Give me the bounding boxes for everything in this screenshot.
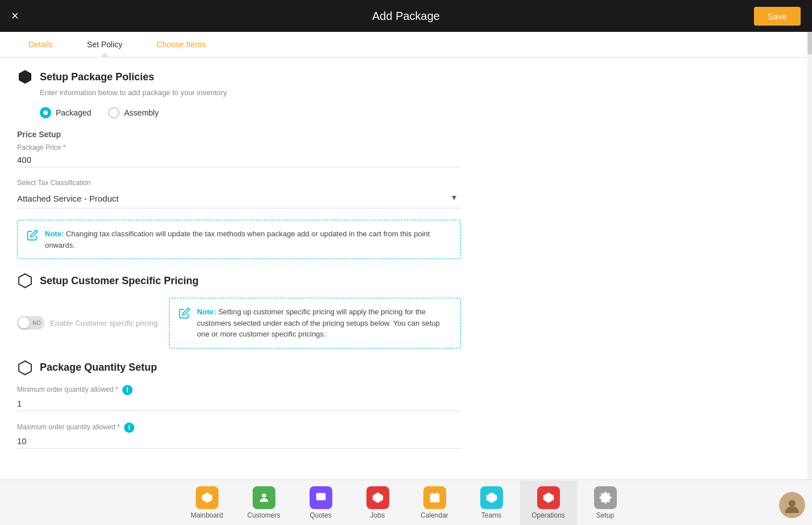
max-qty-input[interactable] — [17, 434, 461, 449]
radio-assembly-label: Assembly — [124, 108, 159, 117]
tab-set-policy[interactable]: Set Policy — [70, 32, 139, 57]
save-button[interactable]: Save — [754, 7, 801, 26]
package-price-input[interactable] — [17, 153, 461, 167]
section2-title: Setup Customer Specific Pricing — [40, 275, 199, 287]
calendar-label: Calendar — [421, 511, 448, 519]
mainboard-label: Mainboard — [191, 511, 223, 519]
max-qty-label: Maximum order quantity allowed * i — [17, 423, 795, 433]
quantity-setup-group: Minimum order quantity allowed * i Maxim… — [17, 385, 795, 449]
nav-mainboard[interactable]: Mainboard — [179, 481, 236, 525]
operations-icon — [537, 486, 560, 509]
svg-marker-6 — [372, 492, 382, 502]
svg-marker-1 — [19, 274, 31, 288]
tax-note-box: Note: Changing tax classification will u… — [17, 220, 461, 259]
nav-quotes[interactable]: Quotes — [292, 481, 349, 525]
section1-subtitle: Enter information below to add package t… — [40, 88, 795, 97]
operations-label: Operations — [531, 511, 565, 519]
customer-note-label: Note: — [197, 307, 216, 316]
teams-label: Teams — [481, 511, 501, 519]
setup-icon — [594, 486, 617, 509]
package-type-radio-group: Packaged Assembly — [40, 107, 795, 118]
section3-icon — [17, 360, 33, 376]
svg-point-14 — [789, 500, 795, 507]
max-qty-group: Maximum order quantity allowed * i — [17, 423, 795, 449]
toggle-group: NO Enable Customer specific pricing — [17, 316, 158, 330]
svg-marker-0 — [19, 70, 31, 84]
customer-pricing-note-box: Note: Setting up customer specific prici… — [169, 298, 461, 348]
customer-note-edit-icon — [179, 307, 190, 322]
price-setup-label: Price Setup — [17, 130, 795, 139]
tax-classification-select[interactable]: Attached Service - Product — [17, 189, 461, 208]
tabs-bar: Details Set Policy Choose Items — [0, 32, 812, 58]
svg-marker-2 — [19, 361, 31, 375]
customers-label: Customers — [247, 511, 280, 519]
min-qty-label: Minimum order quantity allowed * i — [17, 385, 795, 395]
avatar[interactable] — [779, 492, 805, 518]
tab-details[interactable]: Details — [11, 32, 70, 57]
page-title: Add Package — [372, 10, 440, 23]
svg-point-4 — [262, 493, 266, 497]
nav-teams[interactable]: Teams — [463, 481, 520, 525]
nav-customers[interactable]: Customers — [236, 481, 292, 525]
section3-header: Package Quantity Setup — [17, 360, 795, 376]
note-edit-icon — [27, 229, 38, 244]
scrollbar-track[interactable] — [807, 32, 812, 479]
bottom-navigation: Mainboard Customers Quotes Jobs Calendar… — [0, 479, 812, 525]
customer-pricing-toggle[interactable]: NO — [17, 316, 44, 330]
section2-header: Setup Customer Specific Pricing — [17, 273, 795, 289]
price-setup-group: Price Setup Package Price * — [17, 130, 795, 167]
customer-note-content: Setting up customer specific pricing wil… — [197, 307, 439, 338]
radio-assembly-circle — [108, 107, 119, 118]
nav-setup[interactable]: Setup — [577, 481, 634, 525]
tax-classification-group: Select Tax Classification Attached Servi… — [17, 179, 461, 208]
radio-packaged-circle — [40, 107, 51, 118]
section1-icon — [17, 69, 33, 85]
min-qty-info-icon: i — [122, 385, 133, 395]
close-button[interactable]: × — [11, 10, 19, 22]
tax-note-content: Changing tax classification will update … — [45, 229, 430, 249]
max-qty-info-icon: i — [124, 423, 134, 433]
mainboard-icon — [196, 486, 219, 509]
tab-choose-items[interactable]: Choose Items — [139, 32, 222, 57]
radio-packaged[interactable]: Packaged — [40, 107, 91, 118]
svg-rect-7 — [430, 493, 439, 502]
jobs-label: Jobs — [370, 511, 385, 519]
toggle-knob — [18, 317, 30, 329]
main-content: Setup Package Policies Enter information… — [0, 58, 812, 475]
customer-note-text: Note: Setting up customer specific prici… — [197, 306, 451, 340]
section2-icon — [17, 273, 33, 289]
teams-icon — [480, 486, 503, 509]
customers-icon — [253, 486, 275, 509]
svg-marker-12 — [543, 492, 553, 502]
svg-marker-3 — [201, 492, 212, 502]
section1-title: Setup Package Policies — [40, 71, 154, 83]
nav-operations[interactable]: Operations — [520, 481, 577, 525]
radio-packaged-label: Packaged — [56, 108, 91, 117]
tax-note-text: Note: Changing tax classification will u… — [45, 228, 451, 251]
min-qty-group: Minimum order quantity allowed * i — [17, 385, 795, 411]
min-qty-input[interactable] — [17, 396, 461, 411]
nav-calendar[interactable]: Calendar — [406, 481, 463, 525]
tax-label: Select Tax Classification — [17, 179, 461, 187]
svg-marker-11 — [486, 492, 496, 502]
setup-label: Setup — [596, 511, 614, 519]
quotes-label: Quotes — [310, 511, 332, 519]
toggle-text: Enable Customer specific pricing — [50, 319, 158, 327]
svg-rect-5 — [316, 493, 325, 500]
nav-jobs[interactable]: Jobs — [349, 481, 406, 525]
package-price-label: Package Price * — [17, 143, 795, 151]
scrollbar-thumb[interactable] — [807, 32, 812, 55]
jobs-icon — [366, 486, 389, 509]
section1-header: Setup Package Policies — [17, 69, 795, 85]
quotes-icon — [310, 486, 332, 509]
radio-assembly[interactable]: Assembly — [108, 107, 159, 118]
tax-note-label: Note: — [45, 229, 64, 238]
toggle-no-label: NO — [32, 320, 41, 326]
section3-title: Package Quantity Setup — [40, 362, 157, 374]
header: × Add Package Save — [0, 0, 812, 32]
calendar-icon — [423, 486, 446, 509]
